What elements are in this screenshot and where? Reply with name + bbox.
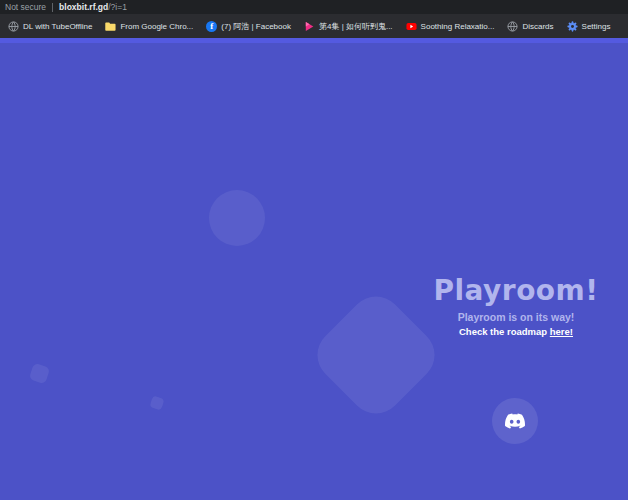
bookmarks-bar: DL with TubeOffline From Google Chro... … bbox=[0, 14, 628, 38]
decorative-square-small-left bbox=[29, 363, 50, 384]
decorative-diamond bbox=[307, 286, 446, 425]
bookmark-discards[interactable]: Discards bbox=[507, 21, 553, 32]
hero-block: Playroom! Playroom is on its way! Check … bbox=[426, 277, 606, 337]
play-icon bbox=[304, 21, 315, 32]
bookmark-facebook[interactable]: f (7) 阿浩 | Facebook bbox=[206, 21, 291, 32]
page-content: Playroom! Playroom is on its way! Check … bbox=[0, 38, 628, 500]
bookmark-label: 第4集 | 如何听到鬼... bbox=[319, 21, 393, 32]
url-path[interactable]: /?i=1 bbox=[108, 2, 127, 12]
bookmark-label: Soothing Relaxatio... bbox=[421, 22, 495, 31]
facebook-icon: f bbox=[206, 21, 217, 32]
bookmark-label: (7) 阿浩 | Facebook bbox=[221, 21, 291, 32]
gear-icon bbox=[567, 21, 578, 32]
bookmark-label: From Google Chro... bbox=[120, 22, 193, 31]
url-host[interactable]: bloxbit.rf.gd bbox=[59, 2, 108, 12]
bookmark-settings[interactable]: Settings bbox=[567, 21, 611, 32]
bookmark-soothing-relaxation[interactable]: Soothing Relaxatio... bbox=[406, 21, 495, 32]
youtube-icon bbox=[406, 21, 417, 32]
page-title: Playroom! bbox=[426, 277, 606, 305]
roadmap-text: Check the roadmap bbox=[459, 326, 547, 337]
page-top-strip bbox=[0, 38, 628, 43]
security-label[interactable]: Not secure bbox=[5, 2, 46, 12]
address-bar[interactable]: Not secure bloxbit.rf.gd /?i=1 bbox=[0, 0, 628, 14]
bookmark-label: DL with TubeOffline bbox=[23, 22, 92, 31]
globe-icon bbox=[507, 21, 518, 32]
address-bar-divider bbox=[52, 3, 53, 12]
bookmark-label: Settings bbox=[582, 22, 611, 31]
bookmark-dl-with-tubeoffline[interactable]: DL with TubeOffline bbox=[8, 21, 92, 32]
decorative-circle bbox=[209, 190, 265, 246]
roadmap-line: Check the roadmap here! bbox=[426, 326, 606, 337]
roadmap-link[interactable]: here! bbox=[550, 326, 573, 337]
decorative-square-small-mid bbox=[149, 395, 164, 410]
folder-icon bbox=[105, 21, 116, 32]
page-subtitle: Playroom is on its way! bbox=[426, 311, 606, 323]
globe-icon bbox=[8, 21, 19, 32]
discord-button[interactable] bbox=[492, 398, 538, 444]
bookmark-from-google-chrome[interactable]: From Google Chro... bbox=[105, 21, 193, 32]
facebook-glyph: f bbox=[206, 21, 217, 32]
bookmark-label: Discards bbox=[522, 22, 553, 31]
bookmark-episode-video[interactable]: 第4集 | 如何听到鬼... bbox=[304, 21, 393, 32]
discord-icon bbox=[502, 411, 528, 431]
